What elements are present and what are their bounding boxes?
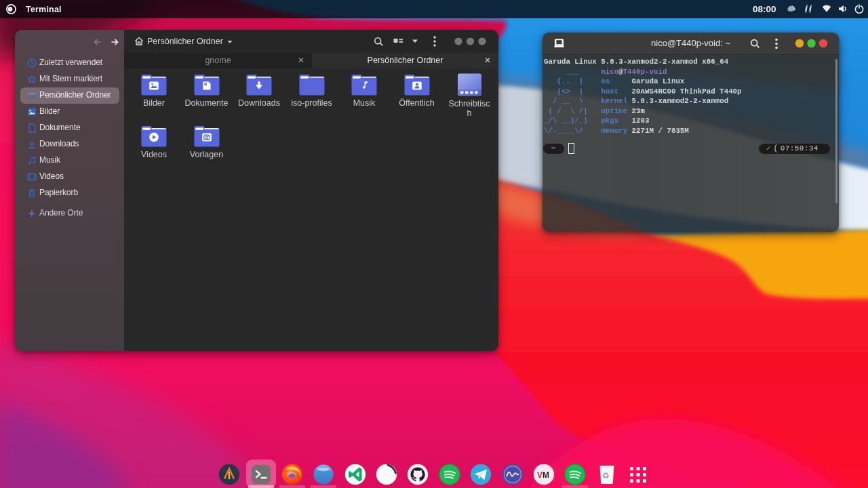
svg-text:♻: ♻ — [602, 471, 610, 481]
svg-text:M: M — [542, 470, 549, 480]
svg-text:V: V — [537, 470, 542, 480]
